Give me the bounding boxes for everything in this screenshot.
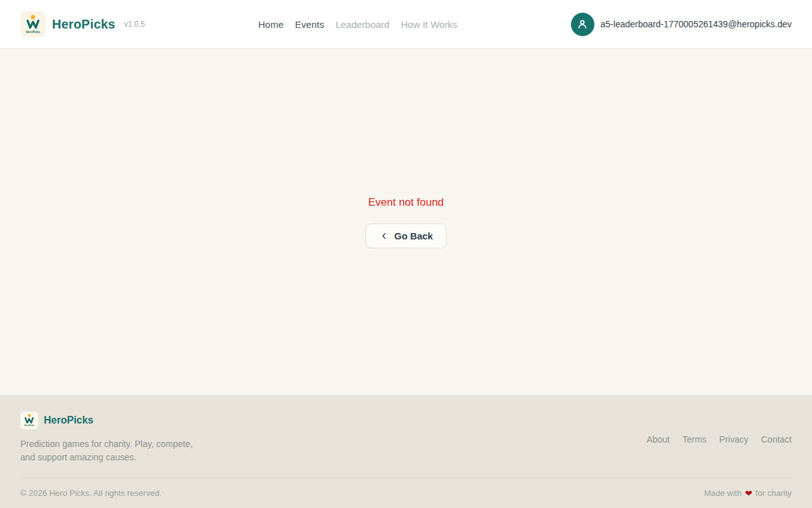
user-email: a5-leaderboard-1770005261439@heropicks.d… [601,19,792,29]
made-with-prefix: Made with [704,488,742,498]
go-back-button[interactable]: Go Back [365,224,447,248]
footer-links: About Terms Privacy Contact [646,434,792,444]
nav-link-how-it-works[interactable]: How It Works [401,19,457,30]
footer-link-contact[interactable]: Contact [761,434,792,444]
brand-title: HeroPicks [52,17,115,32]
made-with-charity: Made with ❤ for charity [704,488,792,498]
main-content: Event not found Go Back [0,49,812,395]
footer-brand-title: HeroPicks [44,415,93,426]
brand-group[interactable]: HeroPicks HeroPicks v1.0.5 [20,11,145,37]
go-back-label: Go Back [395,231,433,241]
made-with-suffix: for charity [756,488,792,498]
footer-heropicks-logo-icon: HeroPicks [20,411,38,429]
svg-text:HeroPicks: HeroPicks [24,424,34,427]
footer-link-privacy[interactable]: Privacy [719,434,749,444]
footer-link-terms[interactable]: Terms [683,434,707,444]
footer-link-about[interactable]: About [646,434,670,444]
footer: HeroPicks HeroPicks Prediction games for… [0,395,812,508]
heropicks-logo-icon: HeroPicks [20,11,46,37]
copyright-text: © 2026 Hero Picks. All rights reserved. [20,488,162,498]
header: HeroPicks HeroPicks v1.0.5 Home Events L… [0,0,812,49]
user-avatar [571,13,594,36]
svg-text:HeroPicks: HeroPicks [26,30,41,34]
main-nav: Home Events Leaderboard How It Works [258,19,457,30]
nav-link-leaderboard[interactable]: Leaderboard [336,19,390,30]
footer-brand-block: HeroPicks HeroPicks Prediction games for… [20,411,204,464]
brand-version: v1.0.5 [124,20,145,29]
chevron-left-icon [379,231,389,241]
error-message: Event not found [368,196,443,209]
user-account[interactable]: a5-leaderboard-1770005261439@heropicks.d… [571,13,792,36]
heart-icon: ❤ [745,489,752,498]
nav-link-home[interactable]: Home [258,19,284,30]
footer-tagline: Prediction games for charity. Play, comp… [20,438,204,464]
nav-link-events[interactable]: Events [295,19,324,30]
person-icon [576,18,589,30]
